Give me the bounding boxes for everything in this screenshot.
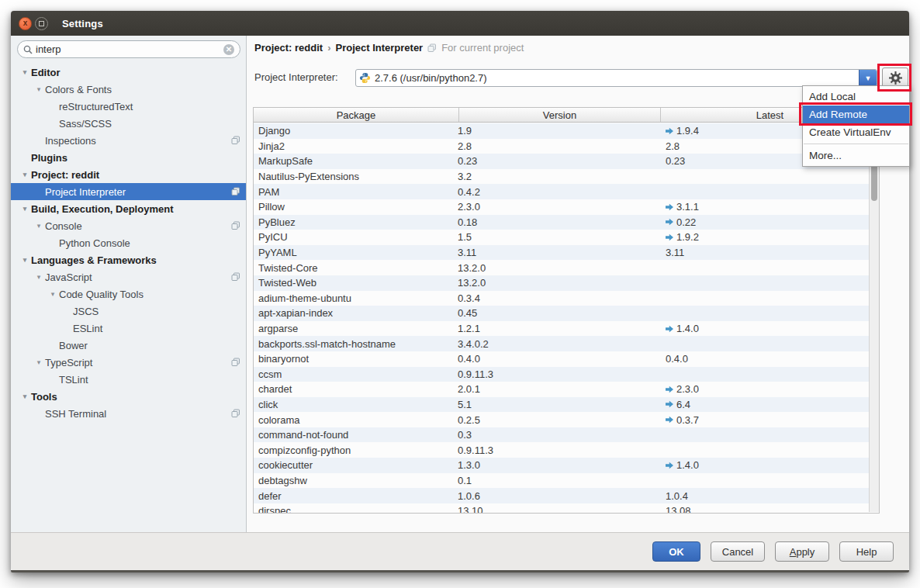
sidebar-item-console[interactable]: ▾Console [11,217,246,234]
help-button[interactable]: Help [839,541,894,562]
expand-arrow-icon[interactable]: ▾ [19,205,31,213]
table-row[interactable]: compizconfig-python0.9.11.3 [254,442,879,458]
sidebar-item-inspections[interactable]: Inspections [11,132,246,149]
sidebar-item-label: Project: reddit [31,169,99,181]
table-row[interactable]: Django1.91.9.4 [254,123,879,139]
sidebar-item-plugins[interactable]: Plugins [11,149,246,166]
table-row[interactable]: debtagshw0.1 [254,473,879,489]
package-name: compizconfig-python [254,444,456,456]
maximize-icon[interactable] [35,17,48,30]
expand-arrow-icon[interactable]: ▾ [19,393,31,400]
table-row[interactable]: Pillow2.3.03.1.1 [254,199,879,215]
package-version: 0.4.2 [456,186,666,198]
sidebar-item-label: Tools [31,391,57,403]
sidebar-item-eslint[interactable]: ESLint [11,320,246,337]
table-row[interactable]: colorama0.2.50.3.7 [254,412,879,427]
expand-arrow-icon[interactable]: ▾ [19,171,31,178]
table-row[interactable]: backports.ssl-match-hostname3.4.0.2 [254,336,879,351]
table-row[interactable]: cookiecutter1.3.01.4.0 [254,458,879,473]
expand-arrow-icon[interactable]: ▾ [33,273,45,281]
menu-item-add-local[interactable]: Add Local [803,88,909,105]
vertical-scrollbar[interactable] [869,123,879,512]
table-row[interactable]: PAM0.4.2 [254,184,879,199]
sidebar-item-tslint[interactable]: TSLint [11,371,246,388]
table-row[interactable]: dirspec13.1013.08 [254,503,879,513]
sidebar-item-typescript[interactable]: ▾TypeScript [11,354,246,371]
expand-arrow-icon[interactable]: ▾ [33,222,45,230]
package-version: 0.2.5 [456,414,666,426]
expand-arrow-icon[interactable]: ▾ [19,68,31,76]
sidebar-item-tools[interactable]: ▾Tools [11,388,246,405]
package-name: adium-theme-ubuntu [254,292,456,304]
expand-arrow-icon[interactable]: ▾ [47,290,59,298]
interpreter-context-menu: Add LocalAdd RemoteCreate VirtualEnvMore… [802,85,910,167]
package-name: PyICU [254,231,456,243]
table-row[interactable]: ccsm0.9.11.3 [254,367,879,382]
column-header-version[interactable]: Version [459,108,661,122]
package-name: click [254,399,456,410]
package-latest: 1.4.0 [666,459,879,471]
interpreter-select[interactable]: 2.7.6 (/usr/bin/python2.7) ▼ [355,69,877,87]
sidebar-item-restructuredtext[interactable]: reStructuredText [11,98,246,115]
table-row[interactable]: binaryornot0.4.00.4.0 [254,351,879,367]
sidebar-item-project-reddit[interactable]: ▾Project: reddit [11,166,246,183]
table-row[interactable]: defer1.0.61.0.4 [254,488,879,503]
menu-item-more-[interactable]: More... [803,147,909,164]
table-body: Django1.91.9.4Jinja22.82.8MarkupSafe0.23… [254,123,879,513]
table-row[interactable]: PyBluez0.180.22 [254,215,879,230]
sidebar-item-label: TSLint [59,374,88,386]
table-row[interactable]: Twisted-Core13.2.0 [254,260,879,275]
expand-arrow-icon[interactable]: ▾ [33,358,45,366]
table-row[interactable]: argparse1.2.11.4.0 [254,321,879,337]
sidebar-item-python-console[interactable]: Python Console [11,234,246,251]
package-name: PyBluez [254,216,456,228]
menu-item-create-virtualenv[interactable]: Create VirtualEnv [803,123,909,141]
upgrade-arrow-icon [666,203,673,211]
table-row[interactable]: chardet2.0.12.3.0 [254,382,879,397]
table-row[interactable]: Twisted-Web13.2.0 [254,275,879,291]
chevron-down-icon[interactable]: ▼ [859,70,877,86]
table-row[interactable]: PyICU1.51.9.2 [254,230,879,245]
sidebar-item-editor[interactable]: ▾Editor [11,64,246,81]
sidebar-item-ssh-terminal[interactable]: SSH Terminal [11,405,246,422]
clear-search-icon[interactable]: ✕ [223,44,234,55]
package-latest: 0.4.0 [666,353,879,365]
table-row[interactable]: apt-xapian-index0.45 [254,306,879,321]
expand-arrow-icon[interactable]: ▾ [19,256,31,264]
cancel-button[interactable]: Cancel [711,541,765,562]
table-row[interactable]: Jinja22.82.8 [254,139,879,154]
apply-button[interactable]: Apply [775,541,829,562]
upgrade-arrow-icon [666,233,673,241]
ok-button[interactable]: OK [652,541,700,562]
latest-version-text: 1.0.4 [666,490,688,502]
sidebar-item-jscs[interactable]: JSCS [11,303,246,320]
sidebar-item-code-quality-tools[interactable]: ▾Code Quality Tools [11,285,246,303]
search-box[interactable]: ✕ [17,40,240,58]
table-row[interactable]: MarkupSafe0.230.23 [254,154,879,169]
table-row[interactable]: command-not-found0.3 [254,427,879,443]
sidebar-item-bower[interactable]: Bower [11,337,246,354]
table-row[interactable]: click5.16.4 [254,397,879,413]
table-row[interactable]: adium-theme-ubuntu0.3.4 [254,291,879,306]
sidebar-item-colors-fonts[interactable]: ▾Colors & Fonts [11,81,246,98]
sidebar-item-label: TypeScript [45,357,92,368]
sidebar-item-languages-frameworks[interactable]: ▾Languages & Frameworks [11,251,246,268]
package-latest: 0.22 [666,216,879,228]
package-name: PAM [254,186,456,198]
package-version: 0.18 [456,216,666,228]
sidebar-item-sass-scss[interactable]: Sass/SCSS [11,115,246,132]
expand-arrow-icon[interactable]: ▾ [33,85,45,93]
table-row[interactable]: PyYAML3.113.11 [254,245,879,261]
sidebar-item-javascript[interactable]: ▾JavaScript [11,268,246,285]
search-input[interactable] [36,43,223,55]
sidebar-item-project-interpreter[interactable]: Project Interpreter [11,183,246,200]
close-icon[interactable]: x [19,17,32,30]
scope-icon [427,43,437,53]
column-header-package[interactable]: Package [254,108,459,122]
table-row[interactable]: Nautilus-PyExtensions3.2 [254,169,879,185]
package-name: defer [254,490,456,502]
package-name: chardet [254,383,456,395]
menu-item-add-remote[interactable]: Add Remote [803,105,909,123]
sidebar-item-build-execution-deployment[interactable]: ▾Build, Execution, Deployment [11,200,246,217]
upgrade-arrow-icon [666,386,673,393]
